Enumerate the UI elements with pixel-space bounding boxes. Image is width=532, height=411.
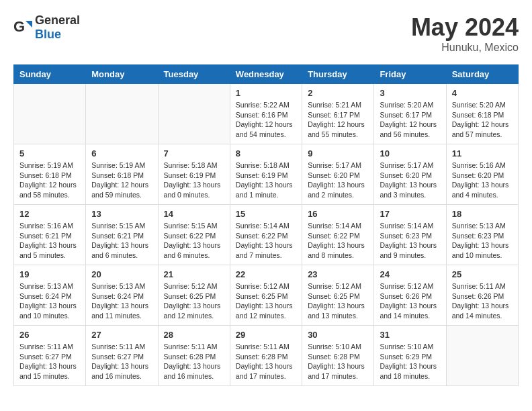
day-number: 8 [236,148,296,158]
day-number: 14 [164,209,224,219]
day-number: 27 [91,330,152,340]
header-friday: Friday [374,65,446,84]
calendar-cell: 13Sunrise: 5:15 AM Sunset: 6:21 PM Dayli… [86,205,158,265]
logo: G General Blue [13,13,80,42]
week-row-3: 12Sunrise: 5:16 AM Sunset: 6:21 PM Dayli… [14,205,519,265]
calendar-cell: 8Sunrise: 5:18 AM Sunset: 6:19 PM Daylig… [230,144,302,205]
calendar-cell: 17Sunrise: 5:14 AM Sunset: 6:23 PM Dayli… [374,205,446,265]
day-info: Sunrise: 5:10 AM Sunset: 6:29 PM Dayligh… [380,342,440,381]
header-monday: Monday [86,65,158,84]
day-info: Sunrise: 5:15 AM Sunset: 6:21 PM Dayligh… [91,221,152,261]
calendar-cell: 22Sunrise: 5:12 AM Sunset: 6:25 PM Dayli… [230,265,302,326]
title-block: May 2024 Hunuku, Mexico [411,13,519,54]
calendar-cell: 2Sunrise: 5:21 AM Sunset: 6:17 PM Daylig… [302,84,374,144]
calendar-cell: 11Sunrise: 5:16 AM Sunset: 6:20 PM Dayli… [446,144,518,205]
day-number: 11 [452,148,513,158]
calendar-cell: 29Sunrise: 5:11 AM Sunset: 6:28 PM Dayli… [230,326,302,386]
day-number: 5 [19,148,80,158]
day-info: Sunrise: 5:11 AM Sunset: 6:28 PM Dayligh… [236,342,296,381]
calendar-cell: 1Sunrise: 5:22 AM Sunset: 6:16 PM Daylig… [230,84,302,144]
calendar-cell: 21Sunrise: 5:12 AM Sunset: 6:25 PM Dayli… [158,265,230,326]
page-header: G General Blue May 2024 Hunuku, Mexico [13,13,519,54]
day-info: Sunrise: 5:18 AM Sunset: 6:19 PM Dayligh… [236,161,296,200]
day-number: 2 [308,88,368,98]
calendar-cell: 18Sunrise: 5:13 AM Sunset: 6:23 PM Dayli… [446,205,518,265]
day-number: 13 [91,209,152,219]
day-info: Sunrise: 5:12 AM Sunset: 6:26 PM Dayligh… [380,281,440,321]
day-number: 19 [19,269,80,279]
calendar-cell: 9Sunrise: 5:17 AM Sunset: 6:20 PM Daylig… [302,144,374,205]
day-info: Sunrise: 5:16 AM Sunset: 6:21 PM Dayligh… [19,221,80,261]
day-info: Sunrise: 5:12 AM Sunset: 6:25 PM Dayligh… [236,281,296,321]
day-number: 30 [308,330,368,340]
day-number: 24 [380,269,440,279]
calendar-cell: 10Sunrise: 5:17 AM Sunset: 6:20 PM Dayli… [374,144,446,205]
day-number: 26 [19,330,80,340]
calendar-cell: 6Sunrise: 5:19 AM Sunset: 6:18 PM Daylig… [86,144,158,205]
day-number: 22 [236,269,296,279]
day-number: 3 [380,88,440,98]
week-row-2: 5Sunrise: 5:19 AM Sunset: 6:18 PM Daylig… [14,144,519,205]
day-info: Sunrise: 5:16 AM Sunset: 6:20 PM Dayligh… [452,161,513,200]
day-info: Sunrise: 5:20 AM Sunset: 6:18 PM Dayligh… [452,100,513,140]
day-info: Sunrise: 5:22 AM Sunset: 6:16 PM Dayligh… [236,100,296,140]
calendar-cell: 12Sunrise: 5:16 AM Sunset: 6:21 PM Dayli… [14,205,86,265]
calendar-cell: 19Sunrise: 5:13 AM Sunset: 6:24 PM Dayli… [14,265,86,326]
header-thursday: Thursday [302,65,374,84]
calendar-cell [446,326,518,386]
day-number: 9 [308,148,368,158]
day-info: Sunrise: 5:12 AM Sunset: 6:25 PM Dayligh… [164,281,224,321]
day-number: 4 [452,88,513,98]
day-info: Sunrise: 5:10 AM Sunset: 6:28 PM Dayligh… [308,342,368,381]
header-sunday: Sunday [14,65,86,84]
calendar-location: Hunuku, Mexico [411,42,519,54]
calendar-cell [158,84,230,144]
day-info: Sunrise: 5:13 AM Sunset: 6:24 PM Dayligh… [91,281,152,321]
day-info: Sunrise: 5:11 AM Sunset: 6:27 PM Dayligh… [19,342,80,381]
day-info: Sunrise: 5:17 AM Sunset: 6:20 PM Dayligh… [308,161,368,200]
calendar-cell: 26Sunrise: 5:11 AM Sunset: 6:27 PM Dayli… [14,326,86,386]
day-number: 31 [380,330,440,340]
day-info: Sunrise: 5:11 AM Sunset: 6:26 PM Dayligh… [452,281,513,321]
day-number: 29 [236,330,296,340]
day-info: Sunrise: 5:15 AM Sunset: 6:22 PM Dayligh… [164,221,224,261]
day-info: Sunrise: 5:11 AM Sunset: 6:28 PM Dayligh… [164,342,224,381]
day-number: 28 [164,330,224,340]
calendar-cell: 5Sunrise: 5:19 AM Sunset: 6:18 PM Daylig… [14,144,86,205]
header-tuesday: Tuesday [158,65,230,84]
logo-blue-text: Blue [35,28,61,41]
day-info: Sunrise: 5:20 AM Sunset: 6:17 PM Dayligh… [380,100,440,140]
svg-text:G: G [13,18,25,35]
day-info: Sunrise: 5:14 AM Sunset: 6:22 PM Dayligh… [308,221,368,261]
calendar-cell [86,84,158,144]
day-number: 12 [19,209,80,219]
calendar-cell: 23Sunrise: 5:12 AM Sunset: 6:25 PM Dayli… [302,265,374,326]
header-saturday: Saturday [446,65,518,84]
calendar-cell: 16Sunrise: 5:14 AM Sunset: 6:22 PM Dayli… [302,205,374,265]
calendar-cell: 4Sunrise: 5:20 AM Sunset: 6:18 PM Daylig… [446,84,518,144]
calendar-cell [14,84,86,144]
week-row-4: 19Sunrise: 5:13 AM Sunset: 6:24 PM Dayli… [14,265,519,326]
header-wednesday: Wednesday [230,65,302,84]
calendar-cell: 7Sunrise: 5:18 AM Sunset: 6:19 PM Daylig… [158,144,230,205]
day-number: 23 [308,269,368,279]
week-row-5: 26Sunrise: 5:11 AM Sunset: 6:27 PM Dayli… [14,326,519,386]
day-info: Sunrise: 5:14 AM Sunset: 6:22 PM Dayligh… [236,221,296,261]
calendar-cell: 15Sunrise: 5:14 AM Sunset: 6:22 PM Dayli… [230,205,302,265]
day-info: Sunrise: 5:13 AM Sunset: 6:24 PM Dayligh… [19,281,80,321]
day-info: Sunrise: 5:19 AM Sunset: 6:18 PM Dayligh… [19,161,80,200]
calendar-cell: 24Sunrise: 5:12 AM Sunset: 6:26 PM Dayli… [374,265,446,326]
day-info: Sunrise: 5:19 AM Sunset: 6:18 PM Dayligh… [91,161,152,200]
day-info: Sunrise: 5:12 AM Sunset: 6:25 PM Dayligh… [308,281,368,321]
day-number: 10 [380,148,440,158]
day-number: 15 [236,209,296,219]
day-number: 6 [91,148,152,158]
week-row-1: 1Sunrise: 5:22 AM Sunset: 6:16 PM Daylig… [14,84,519,144]
logo-icon: G [13,18,32,37]
day-info: Sunrise: 5:13 AM Sunset: 6:23 PM Dayligh… [452,221,513,261]
calendar-cell: 30Sunrise: 5:10 AM Sunset: 6:28 PM Dayli… [302,326,374,386]
day-info: Sunrise: 5:14 AM Sunset: 6:23 PM Dayligh… [380,221,440,261]
calendar-cell: 20Sunrise: 5:13 AM Sunset: 6:24 PM Dayli… [86,265,158,326]
day-number: 16 [308,209,368,219]
day-info: Sunrise: 5:21 AM Sunset: 6:17 PM Dayligh… [308,100,368,140]
